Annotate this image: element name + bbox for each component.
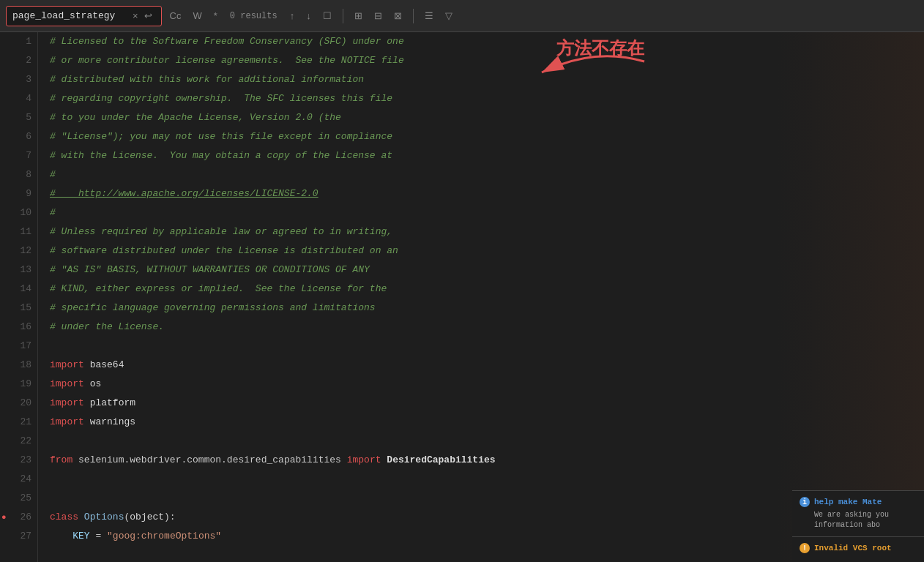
- search-input[interactable]: [12, 10, 130, 21]
- code-line-14: # KIND, either express or implied. See t…: [38, 280, 924, 299]
- search-bar: × ↩ Cc W * 0 results ↑ ↓ ☐ ⊞ ⊟ ⊠ ☰ ▽: [0, 0, 924, 32]
- search-context-btn3[interactable]: ⊠: [390, 8, 406, 23]
- whole-word-button[interactable]: W: [189, 8, 205, 23]
- help-panel-body: We are asking you information abo: [800, 510, 917, 531]
- bottom-right-panel: i help make Mate We are asking you infor…: [792, 490, 924, 562]
- line-num-4: 4: [0, 89, 37, 108]
- line-num-18: 18: [0, 356, 37, 375]
- line-num-23: 23: [0, 451, 37, 470]
- line-num-6: 6: [0, 127, 37, 146]
- code-line-12: # software distributed under the License…: [38, 241, 924, 261]
- warning-panel-title: Invalid VCS root: [814, 544, 892, 552]
- code-content[interactable]: # Licensed to the Software Freedom Conse…: [38, 32, 924, 562]
- clear-search-button[interactable]: ×: [130, 9, 141, 23]
- help-panel-item[interactable]: i help make Mate We are asking you infor…: [792, 490, 924, 536]
- search-context-button[interactable]: ⊞: [351, 8, 366, 23]
- line-num-12: 12: [0, 241, 37, 261]
- warning-panel-header: ! Invalid VCS root: [800, 543, 917, 553]
- code-line-25: [38, 489, 924, 508]
- warning-panel-item[interactable]: ! Invalid VCS root: [792, 536, 924, 562]
- code-line-6: # "License"); you may not use this file …: [38, 127, 924, 146]
- code-line-18: import base64: [38, 356, 924, 375]
- match-case-button[interactable]: Cc: [166, 8, 185, 23]
- line-num-25: 25: [0, 489, 37, 508]
- line-num-10: 10: [0, 203, 37, 222]
- code-editor: 1 2 3 4 5 6 7 8 9 10 11 12 13 14 15 16 1…: [0, 32, 924, 562]
- search-context-btn2[interactable]: ⊟: [370, 8, 386, 23]
- code-line-26: class Options(object):: [38, 508, 924, 527]
- code-line-9: # http://www.apache.org/licenses/LICENSE…: [38, 184, 924, 203]
- line-num-16: 16: [0, 318, 37, 337]
- regex-button[interactable]: *: [210, 8, 221, 23]
- search-results-badge: 0 results: [226, 11, 282, 21]
- line-num-21: 21: [0, 413, 37, 432]
- line-num-13: 13: [0, 261, 37, 280]
- code-line-27: KEY = "goog:chromeOptions": [38, 527, 924, 546]
- help-panel-title: help make Mate: [814, 498, 882, 506]
- line-num-27: 27: [0, 527, 37, 546]
- code-line-5: # to you under the Apache License, Versi…: [38, 108, 924, 127]
- line-num-14: 14: [0, 280, 37, 299]
- code-line-15: # specific language governing permission…: [38, 299, 924, 318]
- help-panel-header: i help make Mate: [800, 497, 917, 507]
- line-num-20: 20: [0, 394, 37, 413]
- line-num-22: 22: [0, 432, 37, 451]
- code-line-21: import warnings: [38, 413, 924, 432]
- line-num-26: ●26: [0, 508, 37, 527]
- line-num-17: 17: [0, 337, 37, 356]
- line-num-1: 1: [0, 32, 37, 51]
- line-num-8: 8: [0, 165, 37, 184]
- line-num-19: 19: [0, 375, 37, 394]
- line-numbers: 1 2 3 4 5 6 7 8 9 10 11 12 13 14 15 16 1…: [0, 32, 38, 562]
- warning-icon: !: [800, 543, 810, 553]
- line-num-3: 3: [0, 70, 37, 89]
- line-num-7: 7: [0, 146, 37, 165]
- code-line-22: [38, 432, 924, 451]
- line-num-9: 9: [0, 184, 37, 203]
- toolbar-divider-2: [413, 9, 414, 23]
- line-num-24: 24: [0, 470, 37, 489]
- search-input-wrapper: × ↩: [6, 6, 162, 26]
- line-num-11: 11: [0, 222, 37, 241]
- wrap-results-button[interactable]: ☐: [319, 8, 335, 23]
- code-line-3: # distributed with this work for additio…: [38, 70, 924, 89]
- code-line-1: # Licensed to the Software Freedom Conse…: [38, 32, 924, 51]
- code-line-19: import os: [38, 375, 924, 394]
- code-line-17: [38, 337, 924, 356]
- collapse-results-button[interactable]: ☰: [421, 8, 437, 23]
- info-icon: i: [800, 497, 810, 507]
- code-line-23: from selenium.webdriver.common.desired_c…: [38, 451, 924, 470]
- prev-result-button[interactable]: ↑: [286, 8, 299, 23]
- code-line-7: # with the License. You may obtain a cop…: [38, 146, 924, 165]
- code-line-8: #: [38, 165, 924, 184]
- code-line-13: # "AS IS" BASIS, WITHOUT WARRANTIES OR C…: [38, 261, 924, 280]
- toolbar-divider-1: [343, 9, 343, 23]
- line-num-5: 5: [0, 108, 37, 127]
- line-num-2: 2: [0, 51, 37, 70]
- code-line-16: # under the License.: [38, 318, 924, 337]
- code-line-24: [38, 470, 924, 489]
- next-result-button[interactable]: ↓: [302, 8, 315, 23]
- code-line-2: # or more contributor license agreements…: [38, 51, 924, 70]
- code-line-10: #: [38, 203, 924, 222]
- line-num-15: 15: [0, 299, 37, 318]
- filter-lines-button[interactable]: ▽: [441, 8, 456, 23]
- undo-search-button[interactable]: ↩: [141, 9, 155, 23]
- code-line-11: # Unless required by applicable law or a…: [38, 222, 924, 241]
- code-line-4: # regarding copyright ownership. The SFC…: [38, 89, 924, 108]
- code-line-20: import platform: [38, 394, 924, 413]
